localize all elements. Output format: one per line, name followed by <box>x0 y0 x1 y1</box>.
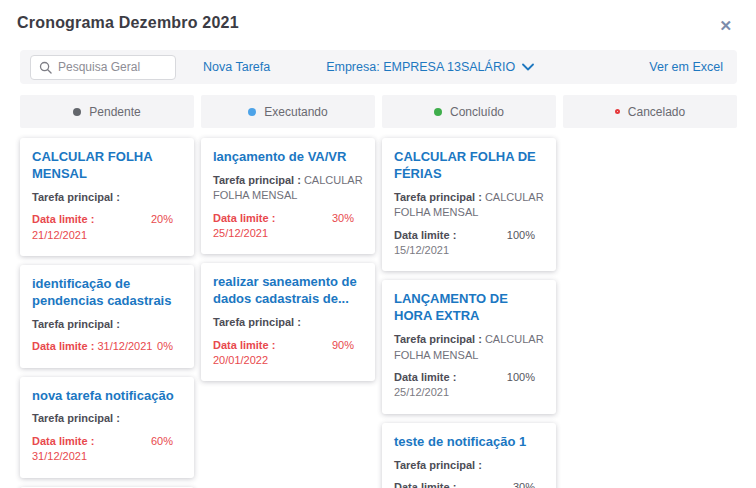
status-dot-pendente <box>73 108 81 116</box>
task-deadline: Data limite : 31/12/2021 <box>32 339 152 354</box>
close-icon[interactable]: ✕ <box>713 14 738 37</box>
task-parent-label: Tarefa principal : <box>32 318 120 330</box>
column-header-cancelado: Cancelado <box>563 95 737 128</box>
column-label-concluido: Concluído <box>450 105 504 119</box>
task-deadline: Data limite : 25/12/2021 <box>213 211 332 242</box>
task-progress-percent: 100% <box>507 370 535 401</box>
task-card[interactable]: lançamento de VA/VRTarefa principal : CA… <box>201 138 375 254</box>
modal-header: Cronograma Dezembro 2021 ✕ <box>0 0 756 37</box>
task-title[interactable]: teste de notificação 1 <box>394 434 544 451</box>
task-parent-label: Tarefa principal : <box>394 333 482 345</box>
task-deadline-row: Data limite : 31/12/202130% <box>394 480 544 488</box>
task-parent-label: Tarefa principal : <box>32 412 120 424</box>
task-progress-percent: 0% <box>157 339 173 354</box>
status-dot-cancelado <box>615 109 620 114</box>
task-deadline-row: Data limite : 31/12/202160% <box>32 434 182 465</box>
task-deadline-label: Data limite : <box>32 340 94 352</box>
task-deadline-value: 21/12/2021 <box>32 229 87 241</box>
task-deadline: Data limite : 31/12/2021 <box>394 480 513 488</box>
task-progress-percent: 20% <box>151 212 173 243</box>
task-deadline-row: Data limite : 31/12/20210% <box>32 339 182 354</box>
task-parent-line: Tarefa principal : <box>213 315 363 330</box>
task-title[interactable]: nova tarefa notificação <box>32 388 182 405</box>
column-header-pendente: Pendente <box>20 95 194 128</box>
task-parent-label: Tarefa principal : <box>213 174 301 186</box>
task-parent-label: Tarefa principal : <box>394 191 482 203</box>
task-progress-percent: 90% <box>332 338 354 369</box>
task-deadline-value: 20/01/2022 <box>213 354 268 366</box>
task-deadline: Data limite : 15/12/2021 <box>394 228 507 259</box>
task-card[interactable]: CALCULAR FOLHA MENSALTarefa principal :D… <box>20 138 194 256</box>
task-card[interactable]: realizar saneamento de dados cadastrais … <box>201 263 375 381</box>
task-card[interactable]: CALCULAR FOLHA DE FÉRIASTarefa principal… <box>382 138 556 271</box>
task-deadline-label: Data limite : <box>32 435 94 447</box>
column-cards-executando: lançamento de VA/VRTarefa principal : CA… <box>201 138 375 381</box>
task-deadline-row: Data limite : 20/01/202290% <box>213 338 363 369</box>
task-deadline: Data limite : 21/12/2021 <box>32 212 151 243</box>
column-pendente: PendenteCALCULAR FOLHA MENSALTarefa prin… <box>20 95 194 488</box>
column-label-pendente: Pendente <box>89 105 140 119</box>
task-deadline-value: 15/12/2021 <box>394 244 449 256</box>
column-label-cancelado: Cancelado <box>628 105 685 119</box>
task-progress-percent: 30% <box>332 211 354 242</box>
task-deadline-row: Data limite : 25/12/2021100% <box>394 370 544 401</box>
column-header-concluido: Concluído <box>382 95 556 128</box>
task-deadline-row: Data limite : 21/12/202120% <box>32 212 182 243</box>
task-parent-line: Tarefa principal : <box>32 411 182 426</box>
search-input[interactable] <box>58 60 167 74</box>
column-concluido: ConcluídoCALCULAR FOLHA DE FÉRIASTarefa … <box>382 95 556 488</box>
column-header-executando: Executando <box>201 95 375 128</box>
status-dot-concluido <box>434 108 442 116</box>
page-title: Cronograma Dezembro 2021 <box>17 14 239 32</box>
search-icon <box>39 61 52 74</box>
task-deadline-row: Data limite : 15/12/2021100% <box>394 228 544 259</box>
task-deadline-label: Data limite : <box>32 213 94 225</box>
task-parent-line: Tarefa principal : CALCULAR FOLHA MENSAL <box>394 332 544 363</box>
task-deadline-label: Data limite : <box>394 481 456 488</box>
task-parent-line: Tarefa principal : <box>394 458 544 473</box>
task-title[interactable]: CALCULAR FOLHA DE FÉRIAS <box>394 149 544 183</box>
task-card[interactable]: teste de notificação 1Tarefa principal :… <box>382 423 556 488</box>
status-dot-executando <box>248 108 256 116</box>
task-deadline: Data limite : 25/12/2021 <box>394 370 507 401</box>
task-parent-label: Tarefa principal : <box>213 316 301 328</box>
task-parent-line: Tarefa principal : <box>32 190 182 205</box>
column-cards-pendente: CALCULAR FOLHA MENSALTarefa principal :D… <box>20 138 194 488</box>
column-executando: Executandolançamento de VA/VRTarefa prin… <box>201 95 375 381</box>
task-parent-label: Tarefa principal : <box>394 459 482 471</box>
task-title[interactable]: identificação de pendencias cadastrais <box>32 276 182 310</box>
chevron-down-icon <box>522 63 534 71</box>
task-deadline-row: Data limite : 25/12/202130% <box>213 211 363 242</box>
kanban-board: PendenteCALCULAR FOLHA MENSALTarefa prin… <box>20 95 737 488</box>
column-label-executando: Executando <box>264 105 327 119</box>
export-excel-button[interactable]: Ver em Excel <box>649 60 723 74</box>
task-deadline-label: Data limite : <box>394 229 456 241</box>
task-parent-line: Tarefa principal : CALCULAR FOLHA MENSAL <box>213 173 363 204</box>
toolbar: Nova Tarefa Empresa: EMPRESA 13SALÁRIO V… <box>20 50 737 84</box>
company-dropdown-label: Empresa: EMPRESA 13SALÁRIO <box>326 60 515 74</box>
column-cards-concluido: CALCULAR FOLHA DE FÉRIASTarefa principal… <box>382 138 556 488</box>
task-deadline-label: Data limite : <box>213 212 275 224</box>
task-parent-line: Tarefa principal : <box>32 317 182 332</box>
task-deadline-value: 31/12/2021 <box>94 340 152 352</box>
task-deadline-label: Data limite : <box>213 339 275 351</box>
task-deadline: Data limite : 20/01/2022 <box>213 338 332 369</box>
task-deadline: Data limite : 31/12/2021 <box>32 434 151 465</box>
task-title[interactable]: CALCULAR FOLHA MENSAL <box>32 149 182 183</box>
task-progress-percent: 100% <box>507 228 535 259</box>
task-card[interactable]: nova tarefa notificaçãoTarefa principal … <box>20 377 194 478</box>
new-task-button[interactable]: Nova Tarefa <box>203 60 270 74</box>
task-card[interactable]: identificação de pendencias cadastraisTa… <box>20 265 194 368</box>
task-deadline-value: 31/12/2021 <box>32 450 87 462</box>
task-card[interactable]: LANÇAMENTO DE HORA EXTRATarefa principal… <box>382 280 556 413</box>
task-progress-percent: 60% <box>151 434 173 465</box>
task-deadline-label: Data limite : <box>394 371 456 383</box>
task-progress-percent: 30% <box>513 480 535 488</box>
company-dropdown[interactable]: Empresa: EMPRESA 13SALÁRIO <box>326 60 534 74</box>
search-box[interactable] <box>30 55 176 80</box>
task-title[interactable]: lançamento de VA/VR <box>213 149 363 166</box>
task-title[interactable]: realizar saneamento de dados cadastrais … <box>213 274 363 308</box>
task-parent-label: Tarefa principal : <box>32 191 120 203</box>
task-title[interactable]: LANÇAMENTO DE HORA EXTRA <box>394 291 544 325</box>
task-deadline-value: 25/12/2021 <box>213 227 268 239</box>
